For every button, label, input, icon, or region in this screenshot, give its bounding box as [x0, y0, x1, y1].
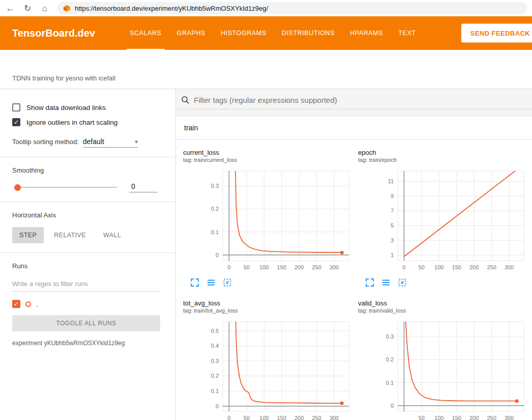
divider — [0, 157, 175, 157]
checkbox-unchecked-icon — [12, 103, 20, 111]
charts-grid: current_losstag: train/current_loss05010… — [176, 139, 532, 420]
run-row[interactable]: ✓ . — [12, 300, 160, 308]
relative-button[interactable]: RELATIVE — [47, 227, 93, 243]
y-tick-label: 0.3 — [211, 358, 219, 364]
y-tick-label: 0.5 — [211, 328, 219, 334]
x-tick-label: 300 — [505, 264, 514, 270]
slider-thumb[interactable] — [14, 184, 21, 191]
divider — [0, 202, 175, 202]
expand-chart-icon[interactable] — [365, 278, 374, 287]
chart-title: epoch — [358, 149, 529, 156]
last-point-marker — [340, 402, 344, 405]
checkbox-label: Ignore outliers in chart scaling — [26, 119, 117, 126]
tab-text[interactable]: TEXT — [398, 16, 416, 50]
x-tick-label: 100 — [434, 415, 444, 420]
y-tick-label: 0.3 — [386, 333, 394, 340]
x-tick-label: 300 — [505, 415, 514, 420]
tab-hparams[interactable]: HPARAMS — [350, 16, 383, 50]
x-tick-label: 100 — [434, 264, 444, 270]
y-tick-label: 1 — [391, 252, 394, 258]
back-icon[interactable]: ← — [5, 4, 15, 13]
address-bar[interactable]: https://tensorboard.dev/experiment/yKUbh… — [57, 2, 527, 14]
smoothing-label: Smoothing — [12, 166, 160, 174]
x-tick-label: 100 — [259, 415, 269, 420]
run-checkbox[interactable]: ✓ — [12, 300, 20, 308]
log-scale-icon[interactable] — [206, 278, 216, 287]
y-tick-label: 0.4 — [211, 343, 219, 349]
y-tick-label: 0.2 — [211, 373, 219, 379]
tooltip-sorting-select[interactable]: default ▾ — [83, 137, 138, 148]
x-tick-label: 200 — [469, 415, 479, 420]
y-tick-label: 3 — [391, 237, 394, 243]
fit-domain-icon[interactable] — [223, 278, 232, 287]
smoothing-slider[interactable] — [15, 187, 117, 188]
step-button[interactable]: STEP — [12, 227, 44, 243]
runs-filter-input[interactable] — [12, 278, 160, 292]
x-tick-label: 300 — [330, 415, 339, 420]
chart-toolbar — [365, 278, 529, 287]
section-header-train[interactable]: train — [176, 117, 532, 139]
y-tick-label: 11 — [388, 178, 394, 184]
chevron-down-icon: ▾ — [135, 138, 138, 145]
ignore-outliers-checkbox[interactable]: ✓ Ignore outliers in chart scaling — [12, 118, 160, 126]
x-tick-label: 50 — [244, 264, 250, 270]
x-tick-label: 50 — [419, 264, 425, 270]
settings-sidebar: Show data download links ✓ Ignore outlie… — [0, 89, 176, 420]
y-tick-label: 0.1 — [386, 380, 394, 386]
x-tick-label: 300 — [330, 264, 339, 270]
chart-tag: tag: train/tot_avg_loss — [183, 307, 354, 314]
show-download-links-checkbox[interactable]: Show data download links — [12, 103, 160, 111]
chart-canvas[interactable]: 5010015020025030000.10.20.3 — [358, 319, 529, 420]
run-name: . — [36, 300, 38, 308]
chart-card-valid_loss: valid_losstag: train/valid_loss501001502… — [358, 299, 529, 420]
smoothing-value-input[interactable]: 0 — [129, 182, 158, 192]
fit-domain-icon[interactable] — [398, 278, 407, 287]
reload-icon[interactable]: ↻ — [22, 4, 33, 13]
experiment-name: experiment yKUbhb5wRmOSXYkId1z9eg — [12, 340, 160, 347]
app-logo[interactable]: TensorBoard.dev — [12, 27, 95, 39]
chart-title: tot_avg_loss — [183, 299, 354, 307]
expand-chart-icon[interactable] — [190, 278, 199, 287]
x-tick-label: 200 — [469, 264, 479, 270]
log-scale-icon[interactable] — [381, 278, 391, 287]
runs-label: Runs — [12, 262, 160, 270]
last-point-marker — [515, 399, 519, 403]
chart-card-tot_avg_loss: tot_avg_losstag: train/tot_avg_loss05010… — [183, 299, 354, 420]
app-header: TensorBoard.dev SCALARS GRAPHS HISTOGRAM… — [0, 16, 532, 50]
tag-filter-input[interactable] — [194, 96, 527, 104]
experiment-description-row: TDNN training for yesno with icefall — [0, 50, 532, 89]
x-tick-label: 50 — [244, 415, 250, 420]
tooltip-sorting-value: default — [83, 137, 104, 146]
x-tick-label: 150 — [277, 264, 286, 270]
experiment-description: TDNN training for yesno with icefall — [12, 74, 115, 82]
browser-toolbar: ← ↻ ⌂ https://tensorboard.dev/experiment… — [0, 0, 532, 16]
divider — [0, 253, 175, 253]
tab-scalars[interactable]: SCALARS — [130, 16, 162, 50]
tag-filter-row — [176, 89, 532, 109]
chart-title: current_loss — [183, 149, 354, 156]
tab-distributions[interactable]: DISTRIBUTIONS — [282, 16, 335, 50]
toggle-all-runs-button[interactable]: TOGGLE ALL RUNS — [12, 315, 160, 331]
chart-title: valid_loss — [358, 299, 529, 307]
wall-button[interactable]: WALL — [96, 227, 128, 243]
chart-canvas[interactable]: 05010015020025030000.10.20.3 — [183, 168, 354, 274]
chart-tag: tag: train/valid_loss — [358, 307, 529, 314]
x-tick-label: 150 — [452, 415, 461, 420]
last-point-marker — [340, 251, 344, 255]
chart-canvas[interactable]: 0501001502002503001357911 — [358, 168, 529, 274]
y-tick-label: 0 — [216, 403, 219, 409]
y-tick-label: 7 — [391, 208, 394, 214]
home-icon[interactable]: ⌂ — [40, 4, 50, 13]
send-feedback-button[interactable]: SEND FEEDBACK — [461, 24, 532, 43]
tensorboard-favicon — [63, 5, 71, 12]
tab-histograms[interactable]: HISTOGRAMS — [221, 16, 267, 50]
run-color-indicator — [25, 301, 31, 307]
tab-graphs[interactable]: GRAPHS — [177, 16, 205, 50]
x-tick-label: 200 — [294, 415, 304, 420]
y-tick-label: 0 — [216, 252, 219, 258]
train-section-card: train current_losstag: train/current_los… — [176, 117, 532, 420]
checkbox-label: Show data download links — [26, 104, 106, 111]
y-tick-label: 0.1 — [211, 388, 219, 394]
horizontal-axis-label: Horizontal Axis — [12, 211, 160, 219]
chart-canvas[interactable]: 05010015020025030000.10.20.30.40.5 — [183, 319, 354, 420]
